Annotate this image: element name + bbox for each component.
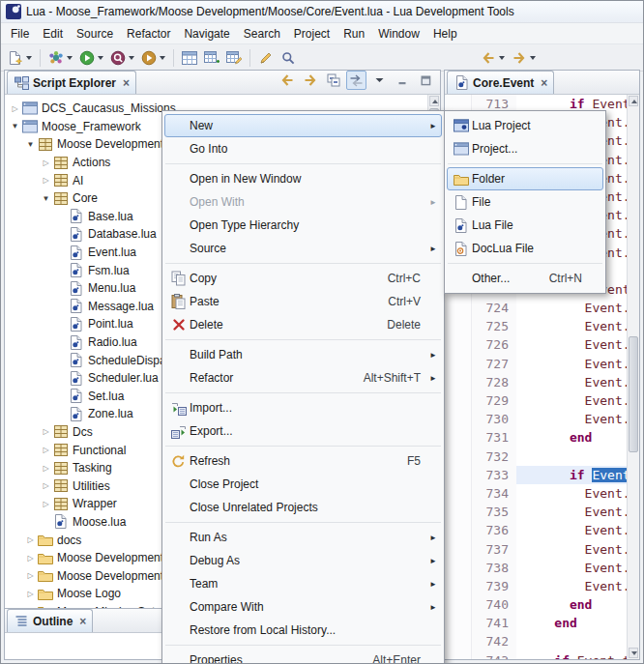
annotation-ruler[interactable] — [445, 447, 472, 466]
code-line-736[interactable]: 736 Event.IniCategory = Event.IniDCSUnit… — [445, 521, 627, 539]
code-text[interactable]: Event.IniDCSGroupName = Event.IniDCSUnit… — [516, 503, 627, 521]
code-line-743[interactable]: 743 if Event.target then — [445, 651, 627, 659]
annotation-ruler[interactable] — [445, 632, 472, 650]
annotation-ruler[interactable] — [445, 614, 472, 632]
annotation-ruler[interactable] — [445, 391, 472, 410]
submenu-item-project[interactable]: Project... — [447, 137, 603, 160]
link-editor-button[interactable] — [346, 71, 366, 90]
collapse-arrow-icon[interactable]: ▼ — [9, 122, 21, 130]
code-line-727[interactable]: 727 Event.IniGroupName = Event.IniDCSGro… — [445, 355, 627, 373]
code-line-735[interactable]: 735 Event.IniDCSGroupName = Event.IniDCS… — [445, 503, 627, 521]
expand-arrow-icon[interactable]: ▷ — [40, 481, 52, 490]
expand-arrow-icon[interactable]: ▷ — [40, 500, 52, 508]
annotation-ruler[interactable] — [445, 335, 472, 354]
submenu-item-folder[interactable]: Folder — [447, 167, 603, 190]
code-line-740[interactable]: 740 end — [445, 595, 627, 614]
close-icon[interactable]: × — [123, 77, 130, 89]
code-line-738[interactable]: 738 Event.IniCoalition = Event.IniDCSUni… — [445, 559, 627, 577]
menu-item-close-unrelated-projects[interactable]: Close Unrelated Projects — [164, 496, 442, 519]
submenu-item-file[interactable]: File — [447, 190, 603, 214]
code-text[interactable]: end — [516, 428, 627, 447]
toolbar-annotation-button[interactable] — [255, 45, 277, 71]
code-line-739[interactable]: 739 Event.IniGroupName = Event.IniDCSGro… — [445, 577, 627, 595]
code-text[interactable] — [516, 447, 627, 466]
toolbar-run-tool-button[interactable] — [138, 45, 168, 71]
code-text[interactable]: Event.IniUnit = UNIT:FindByName( Event.I… — [516, 299, 627, 317]
annotation-ruler[interactable] — [445, 559, 472, 577]
code-text[interactable]: Event.IniCoalition = Event.IniDCSUnit:ge… — [516, 410, 627, 428]
dropdown-arrow-icon[interactable] — [129, 56, 134, 60]
code-line-742[interactable]: 742 — [445, 632, 627, 650]
menu-help[interactable]: Help — [426, 25, 464, 43]
toolbar-table-insert-button[interactable] — [201, 45, 222, 71]
menu-item-source[interactable]: Source► — [164, 237, 442, 260]
code-line-732[interactable]: 732 — [445, 447, 627, 466]
menu-item-delete[interactable]: DeleteDelete — [164, 313, 442, 336]
code-text[interactable]: Event.IniPlayerName = Event.IniDCSUnit:g… — [516, 391, 627, 410]
code-text[interactable]: Event.IniDCSGroupName = Event.IniDCSGrou… — [516, 335, 627, 354]
expand-arrow-icon[interactable]: ▷ — [9, 104, 21, 113]
editor-scrollbar[interactable] — [627, 95, 639, 659]
code-text[interactable]: if Event.IniObjectCategory == Object.Cat… — [516, 466, 627, 484]
menu-item-team[interactable]: Team► — [164, 572, 442, 595]
expand-arrow-icon[interactable]: ▷ — [24, 554, 37, 563]
tab-core-event[interactable]: Core.Event × — [447, 71, 554, 94]
expand-arrow-icon[interactable]: ▷ — [40, 446, 52, 454]
menu-item-properties[interactable]: PropertiesAlt+Enter — [164, 649, 442, 664]
tab-script-explorer[interactable]: Script Explorer × — [7, 71, 136, 94]
code-text[interactable]: Event.IniGroupName = Event.IniDCSGroupNa… — [516, 577, 627, 595]
code-line-730[interactable]: 730 Event.IniCoalition = Event.IniDCSUni… — [445, 410, 627, 428]
menu-item-debug-as[interactable]: Debug As► — [164, 549, 442, 572]
submenu-item-lua-file[interactable]: Lua File — [447, 214, 603, 237]
menu-item-build-path[interactable]: Build Path► — [164, 343, 442, 366]
code-text[interactable]: Event.IniCoalition = Event.IniDCSUnit:ge… — [516, 559, 627, 577]
menu-edit[interactable]: Edit — [36, 25, 70, 43]
annotation-ruler[interactable] — [445, 577, 472, 595]
toolbar-debug-button[interactable] — [45, 45, 75, 71]
code-line-725[interactable]: 725 Event.IniDCSGroup = Event.IniDCSUnit… — [445, 317, 627, 335]
collapse-arrow-icon[interactable]: ▼ — [24, 140, 37, 149]
expand-arrow-icon[interactable]: ▷ — [24, 535, 37, 544]
menu-refactor[interactable]: Refactor — [120, 25, 177, 43]
code-line-733[interactable]: 733 if Event.IniObjectCategory == Object… — [445, 466, 627, 484]
annotation-ruler[interactable] — [445, 317, 472, 335]
toolbar-back-nav-button[interactable] — [478, 45, 508, 71]
code-text[interactable]: Event.IniGroupName = Event.IniDCSGroupNa… — [516, 355, 627, 373]
dropdown-arrow-icon[interactable] — [530, 56, 536, 60]
menu-item-import[interactable]: Import... — [164, 396, 442, 419]
submenu-item-doclua-file[interactable]: DocLua File — [447, 237, 603, 260]
annotation-ruler[interactable] — [445, 651, 472, 659]
menu-search[interactable]: Search — [237, 25, 287, 43]
toolbar-external-tools-button[interactable] — [107, 45, 137, 71]
dropdown-arrow-icon[interactable] — [98, 56, 103, 60]
annotation-ruler[interactable] — [445, 299, 472, 317]
code-text[interactable]: Event.IniCategory = Event.IniDCSUnit:get… — [516, 521, 627, 539]
maximize-button[interactable] — [416, 71, 436, 90]
annotation-ruler[interactable] — [445, 428, 472, 447]
expand-arrow-icon[interactable]: ▷ — [40, 427, 52, 436]
menu-item-open-in-new-window[interactable]: Open in New Window — [164, 167, 442, 190]
code-line-741[interactable]: 741 end — [445, 614, 627, 632]
dropdown-arrow-icon[interactable] — [26, 56, 32, 60]
toolbar-forward-nav-button[interactable] — [509, 45, 539, 71]
code-text[interactable]: Event.IniStatic = STATIC:FindByName( Eve… — [516, 484, 627, 503]
toolbar-new-wizard-button[interactable] — [5, 45, 35, 71]
annotation-ruler[interactable] — [445, 540, 472, 559]
expand-arrow-icon[interactable]: ▷ — [24, 590, 37, 598]
toolbar-table-button[interactable] — [179, 45, 200, 71]
scrollbar-thumb[interactable] — [629, 336, 638, 452]
code-line-724[interactable]: 724 Event.IniUnit = UNIT:FindByName( Eve… — [445, 299, 627, 317]
menu-source[interactable]: Source — [70, 25, 120, 43]
menu-project[interactable]: Project — [287, 25, 337, 43]
annotation-ruler[interactable] — [445, 484, 472, 503]
code-text[interactable]: Event.IniTypeName = Event.IniDCSUnit:get… — [516, 540, 627, 559]
minimize-button[interactable] — [393, 71, 413, 90]
menu-item-open-type-hierarchy[interactable]: Open Type Hierarchy — [164, 214, 442, 237]
code-text[interactable]: if Event.target then — [516, 651, 627, 659]
code-text[interactable] — [516, 632, 627, 650]
annotation-ruler[interactable] — [445, 373, 472, 391]
toolbar-table-edit-button[interactable] — [223, 45, 245, 71]
collapse-arrow-icon[interactable]: ▼ — [40, 194, 52, 203]
expand-arrow-icon[interactable]: ▷ — [40, 176, 52, 185]
annotation-ruler[interactable] — [445, 503, 472, 521]
